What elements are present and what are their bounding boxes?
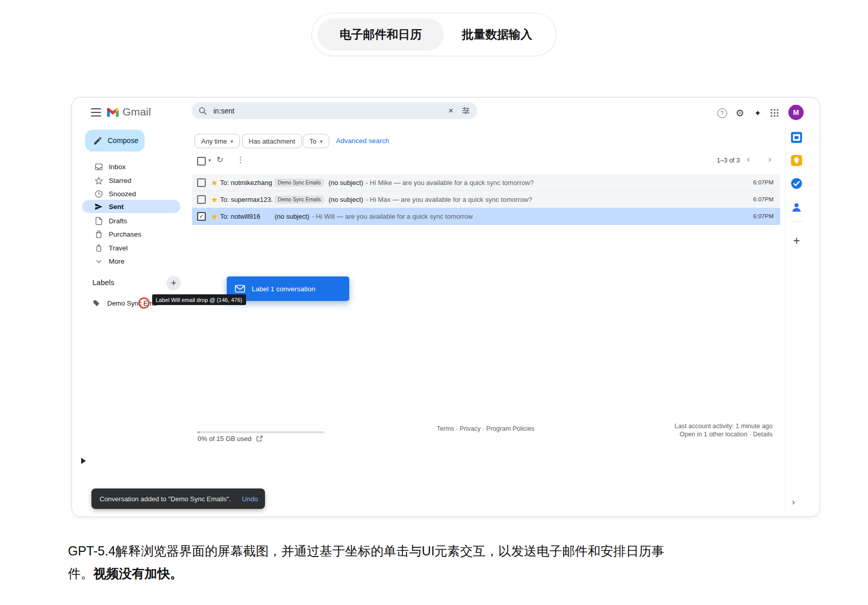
email-time: 6:07PM [753, 196, 780, 202]
pagination-range: 1–3 of 3 [701, 157, 740, 164]
compose-label: Compose [108, 136, 138, 145]
view-toggle: 电子邮件和日历 批量数据输入 [311, 13, 557, 56]
email-row-notwill916-selected[interactable]: ✓ ★ To: notwill916 (no subject) - Hi Wil… [192, 208, 780, 225]
search-options-tune-icon[interactable] [462, 106, 470, 115]
luggage-icon [94, 243, 104, 253]
contacts-icon[interactable] [790, 201, 803, 214]
keep-icon[interactable] [790, 154, 803, 167]
storage-meter [197, 431, 325, 433]
toast-close-icon[interactable]: × [268, 495, 273, 503]
toggle-option-bulk-data-input[interactable]: 批量数据输入 [444, 18, 550, 51]
email-time: 6:07PM [753, 179, 780, 185]
caption-line-1: GPT-5.4解释浏览器界面的屏幕截图，并通过基于坐标的单击与UI元素交互，以发… [68, 540, 757, 562]
email-row-notmikezhang[interactable]: ★ To: notmikezhang Demo Sync Emails (no … [192, 174, 780, 191]
select-dropdown-icon[interactable]: ▾ [208, 157, 211, 163]
show-side-panel-icon[interactable]: › [792, 497, 795, 507]
filter-chip-to[interactable]: To ▾ [303, 134, 329, 148]
drop-target-marker [138, 297, 150, 309]
caption: GPT-5.4解释浏览器界面的屏幕截图，并通过基于坐标的单击与UI元素交互，以发… [68, 540, 757, 585]
email-subject: (no subject) [328, 196, 363, 203]
sidebar-item-starred[interactable]: Starred [82, 174, 180, 187]
sidebar-item-sent[interactable]: Sent [82, 200, 180, 213]
gmail-wordmark: Gmail [123, 106, 151, 118]
row-checkbox[interactable] [197, 178, 206, 187]
label-tag-icon [92, 299, 101, 308]
chevron-down-icon [94, 257, 104, 266]
get-add-ons-icon[interactable]: + [790, 234, 803, 248]
gmail-window: Gmail in:sent × ? ⚙ ✦ M [71, 97, 820, 517]
toggle-option-email-calendar[interactable]: 电子邮件和日历 [318, 18, 444, 51]
calendar-icon[interactable] [790, 131, 803, 144]
email-recipient: To: notmikezhang [220, 179, 275, 187]
inbox-icon [94, 162, 104, 172]
email-label-chip[interactable]: Demo Sync Emails [275, 179, 324, 187]
refresh-icon[interactable]: ↻ [216, 155, 223, 165]
hamburger-menu-icon[interactable] [90, 107, 102, 118]
storage-usage: 0% of 15 GB used [198, 435, 263, 443]
toast-message: Conversation added to "Demo Sync Emails"… [100, 495, 231, 503]
sidebar-item-travel[interactable]: Travel [82, 241, 180, 254]
older-page-icon[interactable]: › [768, 155, 771, 164]
open-location-details[interactable]: Open in 1 other location · Details [609, 431, 773, 438]
filter-chip-has-attachment[interactable]: Has attachment [242, 134, 302, 148]
row-checkbox[interactable] [197, 195, 206, 204]
side-panel-divider [785, 123, 786, 513]
external-link-icon[interactable] [256, 435, 263, 442]
email-subject: (no subject) [328, 179, 363, 187]
compose-button[interactable]: Compose [85, 130, 144, 151]
sidebar-item-inbox[interactable]: Inbox [82, 160, 180, 173]
caption-line-2: 件。视频没有加快。 [68, 562, 757, 585]
chevron-down-icon: ▾ [320, 138, 323, 144]
email-label-chip[interactable]: Demo Sync Emails [275, 196, 324, 203]
clock-icon [94, 189, 104, 199]
search-bar[interactable]: in:sent × [191, 102, 477, 119]
search-input[interactable]: in:sent [213, 107, 448, 115]
footer-policy-links[interactable]: Terms · Privacy · Program Policies [383, 425, 588, 432]
email-subject: (no subject) [275, 213, 309, 220]
sidebar-item-more[interactable]: More [82, 254, 180, 268]
email-time: 6:07PM [753, 213, 780, 219]
gemini-sparkle-icon[interactable]: ✦ [752, 107, 764, 119]
shopping-bag-icon [94, 229, 104, 239]
cursor-play-marker [81, 458, 86, 464]
account-avatar[interactable]: M [788, 105, 804, 120]
select-all-checkbox[interactable] [197, 157, 206, 166]
apps-grid-icon[interactable] [768, 107, 781, 119]
rail-divider-line [790, 221, 803, 222]
filter-chip-any-time[interactable]: Any time ▾ [195, 134, 240, 148]
caption-bold-note: 视频没有加快。 [93, 566, 183, 580]
labels-section-title: Labels [92, 278, 114, 287]
more-options-icon[interactable]: ⋮ [236, 155, 245, 165]
email-snippet: - Hi Mike — are you available for a quic… [366, 179, 747, 187]
clear-search-icon[interactable]: × [448, 106, 453, 115]
draft-file-icon [94, 216, 104, 226]
star-icon[interactable]: ★ [210, 213, 219, 220]
tasks-icon[interactable] [790, 177, 803, 190]
toast-undo-button[interactable]: Undo [242, 495, 258, 503]
pencil-icon [93, 136, 103, 146]
settings-gear-icon[interactable]: ⚙ [734, 107, 746, 119]
gmail-logo-icon [106, 106, 120, 119]
sidebar-item-drafts[interactable]: Drafts [82, 214, 180, 227]
star-outline-icon [94, 176, 104, 185]
email-row-supermax123[interactable]: ★ To: supermax123. Demo Sync Emails (no … [192, 191, 780, 208]
email-recipient: To: notwill916 [220, 213, 275, 220]
send-icon [94, 202, 104, 212]
chevron-down-icon: ▾ [231, 138, 233, 144]
email-snippet: - Hi Max — are you available for a quick… [366, 196, 747, 203]
envelope-icon [235, 285, 245, 293]
help-icon[interactable]: ? [716, 107, 728, 119]
sidebar-item-purchases[interactable]: Purchases [82, 227, 180, 241]
conversation-added-toast: Conversation added to "Demo Sync Emails"… [91, 488, 265, 509]
drop-coordinates-tooltip: Label Will email drop @ (146, 476) [152, 294, 246, 305]
last-account-activity: Last account activity: 1 minute ago [609, 423, 773, 430]
newer-page-icon[interactable]: ‹ [747, 155, 750, 164]
create-label-button[interactable]: + [166, 276, 181, 290]
star-icon[interactable]: ★ [210, 179, 219, 187]
email-recipient: To: supermax123. [220, 196, 275, 203]
advanced-search-link[interactable]: Advanced search [336, 137, 389, 145]
star-icon[interactable]: ★ [210, 196, 219, 203]
search-icon[interactable] [199, 107, 207, 115]
sidebar-item-snoozed[interactable]: Snoozed [82, 187, 180, 200]
row-checkbox-checked[interactable]: ✓ [197, 212, 206, 221]
